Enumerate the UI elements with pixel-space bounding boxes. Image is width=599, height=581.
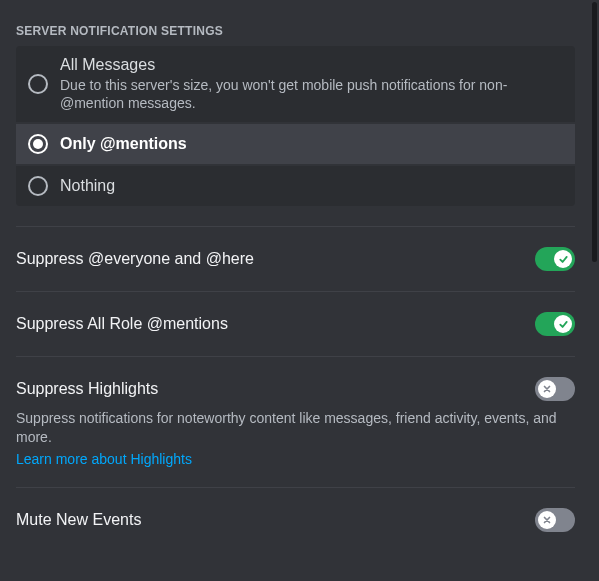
mute-events-toggle[interactable]	[535, 508, 575, 532]
notification-level-radio-group: All Messages Due to this server's size, …	[16, 46, 575, 206]
divider	[16, 226, 575, 227]
toggle-description: Suppress notifications for noteworthy co…	[16, 409, 575, 447]
section-header: Server Notification Settings	[16, 0, 575, 46]
radio-all-messages[interactable]: All Messages Due to this server's size, …	[16, 46, 575, 122]
check-icon	[554, 250, 572, 268]
divider	[16, 487, 575, 488]
radio-nothing[interactable]: Nothing	[16, 166, 575, 206]
suppress-roles-toggle[interactable]	[535, 312, 575, 336]
suppress-everyone-row: Suppress @everyone and @here	[16, 247, 575, 271]
divider	[16, 291, 575, 292]
mute-events-row: Mute New Events	[16, 508, 575, 532]
suppress-everyone-toggle[interactable]	[535, 247, 575, 271]
suppress-highlights-toggle[interactable]	[535, 377, 575, 401]
radio-description: Due to this server's size, you won't get…	[60, 76, 563, 112]
radio-icon	[28, 74, 48, 94]
radio-title: All Messages	[60, 56, 563, 74]
radio-title: Only @mentions	[60, 135, 563, 153]
learn-more-highlights-link[interactable]: Learn more about Highlights	[16, 451, 192, 467]
x-icon	[538, 511, 556, 529]
radio-icon	[28, 176, 48, 196]
divider	[16, 356, 575, 357]
radio-icon	[28, 134, 48, 154]
x-icon	[538, 380, 556, 398]
toggle-label: Suppress @everyone and @here	[16, 250, 254, 268]
check-icon	[554, 315, 572, 333]
settings-panel: Server Notification Settings All Message…	[0, 0, 591, 581]
toggle-label: Mute New Events	[16, 511, 141, 529]
suppress-roles-row: Suppress All Role @mentions	[16, 312, 575, 336]
radio-title: Nothing	[60, 177, 563, 195]
toggle-label: Suppress All Role @mentions	[16, 315, 228, 333]
scrollbar-thumb[interactable]	[592, 2, 597, 262]
toggle-label: Suppress Highlights	[16, 380, 158, 398]
suppress-highlights-row: Suppress Highlights Suppress notificatio…	[16, 377, 575, 467]
radio-only-mentions[interactable]: Only @mentions	[16, 124, 575, 164]
